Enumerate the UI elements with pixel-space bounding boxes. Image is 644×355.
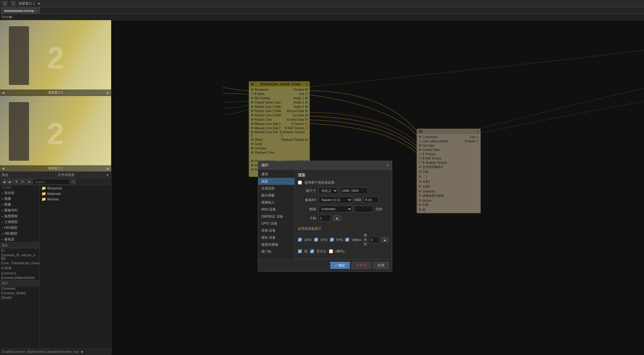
window-arrow[interactable]: ▼	[37, 2, 41, 5]
col-value[interactable]	[370, 236, 379, 243]
breadcrumb: Root ▶	[0, 14, 644, 20]
framesize-label: 帧尺寸	[298, 188, 316, 193]
col-inc-btn[interactable]: ▲	[381, 237, 389, 243]
framerate-select[interactable]: Unlimited	[319, 206, 352, 212]
preview-1-nav-right[interactable]: ▶	[107, 91, 109, 95]
preview-1-label: 视窗窗口 1	[48, 90, 63, 95]
recent-item-3[interactable]: D:\影明	[0, 265, 39, 271]
preview-2-label: 视窗窗口 2	[48, 166, 63, 170]
dialog-subfield-row: 子帧 ▲	[298, 215, 389, 221]
file-label-imageseq: 图像序列	[4, 208, 18, 213]
dialog-sidebar-gpio[interactable]: GPIO 设备	[258, 220, 295, 227]
dialog-sidebar-watchdog[interactable]: 着门狗	[258, 248, 295, 255]
file-item-video[interactable]: ▪ 视频	[0, 196, 39, 202]
preview-2-nav-left[interactable]: ◀	[2, 167, 4, 170]
percent-label: 百分之	[317, 249, 327, 254]
left-col-browser: 📁 Blueprints 📁 Materials 📁 Meshes	[40, 185, 111, 348]
percent-checkbox[interactable]	[310, 249, 314, 253]
project-item-2[interactable]: [Studio]	[0, 295, 39, 300]
use-individual-checkbox[interactable]	[298, 181, 302, 185]
file-item-obj[interactable]: ▪ OBJ模型	[0, 231, 39, 236]
preview-1-bg: 2	[0, 20, 111, 96]
recent-section-header: 最近	[0, 242, 39, 248]
subfield-inc-btn[interactable]: ▲	[333, 215, 341, 221]
recent-item-1[interactable]: [Common_St...edCam_3-Bill	[0, 253, 39, 261]
file-item-imageseq[interactable]: ▪ 图像序列	[0, 207, 39, 213]
search-clear-btn[interactable]: ×	[71, 179, 76, 185]
dialog-sidebar-midi[interactable]: MIDI 设备	[258, 206, 295, 213]
value-checkbox[interactable]	[298, 249, 302, 253]
recent-item-5[interactable]: [Common:]Videos\Green	[0, 276, 39, 280]
recent-item-0[interactable]: D:\	[0, 248, 39, 253]
tool-btn-4[interactable]: ⟳	[20, 179, 26, 185]
ar-hash-label: #AR	[355, 198, 361, 202]
window-num2[interactable]: 1	[11, 1, 16, 6]
file-item-texture[interactable]: ▪ 贴图图框	[0, 213, 39, 219]
file-item-fbx[interactable]: ▪ FBX模型	[0, 225, 39, 231]
dialog-imagear-row: 像素AR Square (1:1) #AR	[298, 196, 389, 203]
dialog-sidebar-videoin[interactable]: 视频输入	[258, 199, 295, 206]
dialog-confirm-btn[interactable]: ✓ 确定	[330, 262, 350, 269]
cpu-checkbox[interactable]	[314, 238, 318, 242]
framesize-select[interactable]: 自定义	[319, 187, 338, 194]
node-editor[interactable]: ☑ TrackedCam_Unreal_3-Cam ≡ Rendered Pre…	[111, 20, 644, 355]
relative-checkbox[interactable]	[329, 249, 333, 253]
preview-2-nav-right[interactable]: ▶	[107, 167, 109, 170]
browser-folder-label-meshes: Meshes	[47, 197, 59, 201]
confirm-label: 确定	[338, 263, 345, 267]
browser-folder-blueprints[interactable]: 📁 Blueprints	[40, 185, 111, 191]
project-item-1[interactable]: [Common_Studio]	[0, 291, 39, 295]
file-label-texture: 贴图图框	[4, 214, 18, 218]
tool-btn-1[interactable]: ◀	[1, 179, 7, 185]
tab-xcomp[interactable]: wwwwwwww.xcomp ×	[1, 8, 40, 14]
file-label-mixup: 混合组	[4, 191, 14, 195]
tool-btn-3[interactable]: ⬆	[13, 179, 19, 185]
project-item-0[interactable]: [Common]	[0, 286, 39, 291]
tool-btn-5[interactable]: ★	[26, 179, 32, 185]
dialog-content-title: 渲染	[298, 173, 389, 178]
recent-item-4[interactable]: [Common:]	[0, 271, 39, 276]
window-num[interactable]: 1	[2, 1, 7, 6]
framesize-value[interactable]	[340, 187, 368, 194]
subfield-value[interactable]	[319, 215, 331, 221]
path-bar: D:\axlib\Common_Studio\Unreal_Assets\Axi…	[0, 348, 111, 355]
file-item-shader[interactable]: ▪ 着色器	[0, 236, 39, 242]
section1-label: 组合	[2, 173, 9, 177]
section2-expand[interactable]: ▼	[106, 173, 109, 177]
file-label-shader: 着色器	[4, 237, 14, 242]
dialog-close-btn[interactable]: ×	[386, 163, 389, 168]
tab-close-icon[interactable]: ×	[35, 9, 37, 13]
recent-item-2[interactable]: [Com...\TrackedCam_Unreal	[0, 261, 39, 265]
file-item-image[interactable]: ▪ 图像	[0, 202, 39, 207]
dialog-sidebar-composite[interactable]: 合成短路	[258, 185, 295, 192]
dialog-sidebar-output[interactable]: 输出屏蔽	[258, 192, 295, 199]
file-item-3d[interactable]: ▪ 三维模型	[0, 219, 39, 225]
ar-value[interactable]	[364, 196, 379, 203]
search-input[interactable]	[33, 179, 70, 185]
gpu-checkbox[interactable]	[298, 238, 302, 242]
project-label: 项目	[2, 281, 8, 285]
dialog-sidebar-dmx[interactable]: DMX协议 设备	[258, 213, 295, 220]
preview-2: 2 ◀ 视窗窗口 2 ▶	[0, 96, 111, 172]
dialog-sidebar-general[interactable]: 通用	[258, 171, 295, 178]
star-icon[interactable]: ★	[81, 350, 83, 353]
preview-1-bar: ◀ 视窗窗口 1 ▶	[0, 90, 111, 96]
browser-folder-meshes[interactable]: 📁 Meshes	[40, 196, 111, 202]
dialog-apply-btn[interactable]: 应用	[373, 262, 389, 269]
browser-folder-materials[interactable]: 📁 Materials	[40, 191, 111, 196]
dialog-cancel-btn[interactable]: ✗ 取消	[352, 262, 371, 269]
dialog-use-individual-row: 使用逐个混合组设置	[298, 180, 389, 185]
col-label: 纵向栏	[364, 233, 367, 247]
framerate-extra[interactable]	[355, 206, 373, 212]
vmem-checkbox[interactable]	[345, 238, 349, 242]
dialog-sidebar-game[interactable]: 游戏 设备	[258, 227, 295, 234]
dialog-sidebar-keyboard[interactable]: 键鼠 设备	[258, 234, 295, 241]
fps-checkbox[interactable]	[330, 238, 334, 242]
tool-btn-2[interactable]: ▶	[7, 179, 13, 185]
dialog-sidebar-render[interactable]: 渲染	[258, 178, 295, 185]
imagear-select[interactable]: Square (1:1)	[319, 196, 352, 203]
dialog-sidebar-shortcuts[interactable]: 键盘快捷键	[258, 241, 295, 248]
preview-1-nav-left[interactable]: ◀	[2, 91, 4, 95]
file-item-mixup[interactable]: ▪ 混合组	[0, 190, 39, 196]
dialog-title: 偏好	[261, 163, 269, 168]
